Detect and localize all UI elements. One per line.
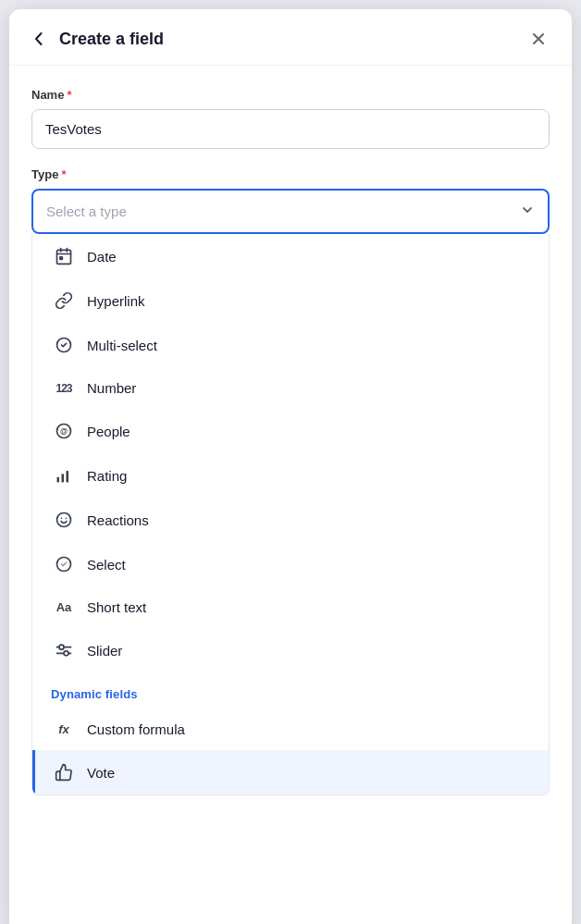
- dropdown-item-hyperlink[interactable]: Hyperlink: [32, 278, 549, 323]
- svg-rect-8: [57, 477, 60, 483]
- people-icon: @: [54, 422, 74, 440]
- dropdown-label-select: Select: [87, 557, 126, 573]
- modal-header: Create a field: [9, 9, 572, 66]
- type-label: Type *: [31, 167, 550, 181]
- dropdown-label-slider: Slider: [87, 643, 122, 659]
- svg-text:@: @: [60, 426, 68, 436]
- dropdown-label-rating: Rating: [87, 468, 127, 484]
- type-dropdown-list: Date Hyperlink: [31, 234, 550, 795]
- svg-rect-9: [62, 474, 65, 482]
- rating-icon: [54, 466, 74, 485]
- number-icon: 123: [54, 382, 74, 395]
- back-icon: [30, 30, 48, 48]
- modal-body: Name * Type * Select a type: [9, 66, 572, 795]
- svg-point-17: [59, 645, 64, 649]
- link-icon: [54, 291, 74, 310]
- dropdown-item-multi-select[interactable]: Multi-select: [32, 323, 549, 367]
- svg-point-12: [61, 518, 63, 520]
- svg-point-13: [66, 518, 68, 520]
- dynamic-fields-header: Dynamic fields: [32, 672, 549, 708]
- dropdown-label-date: Date: [87, 249, 117, 265]
- calendar-icon: [54, 247, 74, 265]
- svg-rect-4: [60, 257, 63, 260]
- back-button[interactable]: [28, 28, 50, 50]
- dropdown-label-hyperlink: Hyperlink: [87, 293, 145, 309]
- dropdown-item-slider[interactable]: Slider: [32, 628, 549, 672]
- multi-select-icon: [54, 336, 74, 354]
- type-required: *: [61, 167, 66, 181]
- header-left: Create a field: [28, 28, 164, 50]
- svg-rect-0: [57, 250, 71, 264]
- svg-point-18: [64, 651, 68, 656]
- dropdown-item-rating[interactable]: Rating: [32, 453, 549, 498]
- dropdown-item-number[interactable]: 123 Number: [32, 367, 549, 409]
- reactions-icon: [54, 511, 74, 529]
- thumbsup-icon: [54, 763, 74, 782]
- type-select-wrapper: Select a type: [31, 189, 550, 795]
- dropdown-item-select[interactable]: Select: [32, 542, 549, 586]
- close-button[interactable]: [527, 28, 550, 50]
- name-required: *: [67, 88, 71, 102]
- create-field-modal: Create a field Name * Type * Select a ty…: [9, 9, 572, 924]
- dropdown-item-date[interactable]: Date: [32, 234, 549, 278]
- dropdown-item-reactions[interactable]: Reactions: [32, 498, 549, 542]
- dropdown-label-custom-formula: Custom formula: [87, 721, 185, 737]
- dropdown-label-vote: Vote: [87, 765, 115, 781]
- short-text-icon: Aa: [54, 600, 74, 614]
- dropdown-label-short-text: Short text: [87, 599, 146, 615]
- dropdown-label-number: Number: [87, 380, 136, 396]
- dropdown-item-people[interactable]: @ People: [32, 409, 549, 453]
- dropdown-item-short-text[interactable]: Aa Short text: [32, 586, 549, 628]
- chevron-down-icon: [520, 203, 535, 220]
- type-select-button[interactable]: Select a type: [31, 189, 550, 234]
- dropdown-label-reactions: Reactions: [87, 512, 149, 528]
- dropdown-label-people: People: [87, 424, 130, 439]
- select-icon: [54, 555, 74, 573]
- slider-icon: [54, 641, 74, 659]
- svg-point-11: [57, 513, 71, 527]
- formula-icon: fx: [54, 722, 74, 736]
- modal-title: Create a field: [59, 30, 164, 49]
- type-select-placeholder: Select a type: [46, 203, 127, 219]
- svg-rect-10: [67, 471, 69, 483]
- dropdown-label-multi-select: Multi-select: [87, 338, 157, 353]
- dropdown-item-custom-formula[interactable]: fx Custom formula: [32, 708, 549, 750]
- name-input[interactable]: [31, 109, 550, 149]
- dropdown-item-vote[interactable]: Vote: [32, 750, 549, 795]
- close-icon: [529, 30, 548, 48]
- name-label: Name *: [31, 88, 550, 102]
